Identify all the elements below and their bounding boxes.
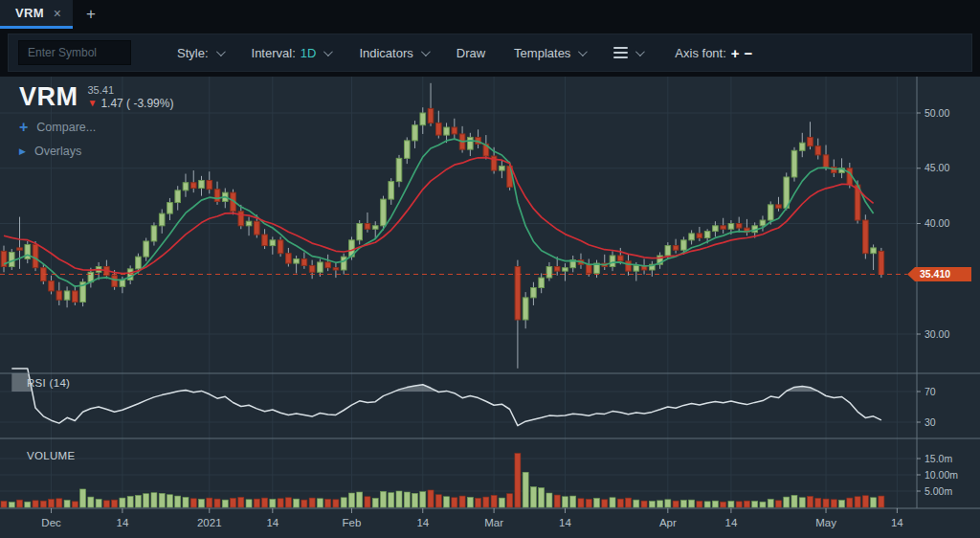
candle-body xyxy=(389,182,394,199)
volume-bar xyxy=(207,498,212,507)
volume-bar xyxy=(784,497,790,507)
volume-bar xyxy=(190,499,196,507)
volume-bar xyxy=(112,500,118,507)
candle-body xyxy=(539,278,545,287)
volume-bar xyxy=(412,493,418,507)
chevron-down-icon xyxy=(421,47,431,56)
close-icon[interactable]: × xyxy=(54,7,61,20)
candle-body xyxy=(728,224,734,230)
volume-bar xyxy=(641,501,647,507)
volume-bar xyxy=(459,496,465,507)
volume-bar xyxy=(760,502,766,507)
candle-body xyxy=(112,276,118,287)
overlays-button[interactable]: ▶ Overlays xyxy=(19,145,173,158)
candle-body xyxy=(372,226,378,229)
volume-bar xyxy=(294,499,300,507)
candle-body xyxy=(523,298,528,320)
volume-bar xyxy=(634,500,639,507)
candle-body xyxy=(546,267,552,279)
chart-settings-menu[interactable] xyxy=(613,47,642,58)
candle-body xyxy=(333,268,339,270)
axis-font-label: Axis font: xyxy=(675,46,725,60)
compare-button[interactable]: + Compare... xyxy=(19,120,173,135)
volume-axis-label: 15.0m xyxy=(924,453,952,464)
volume-bar xyxy=(420,492,426,507)
volume-bar xyxy=(721,502,726,507)
x-axis-label: 14 xyxy=(416,517,429,528)
candle-body xyxy=(136,257,142,269)
plus-icon: + xyxy=(86,5,96,24)
volume-bar xyxy=(435,495,441,507)
candle-body xyxy=(665,246,671,256)
candle-body xyxy=(159,213,165,226)
axis-font-control: Axis font: + − xyxy=(675,45,752,61)
candle-body xyxy=(255,221,260,235)
candle-body xyxy=(768,205,773,220)
chart-area: 50.0045.0040.0030.00703015.0m10.00m5.00m… xyxy=(0,77,980,538)
volume-bar xyxy=(9,503,14,507)
volume-bar xyxy=(523,472,528,507)
volume-bar xyxy=(380,491,386,507)
volume-bar xyxy=(712,501,718,507)
hamburger-menu-icon xyxy=(613,47,628,58)
price-axis-label: 45.00 xyxy=(924,162,949,173)
draw-button[interactable]: Draw xyxy=(457,46,485,60)
volume-bar xyxy=(570,496,576,507)
volume-bar xyxy=(1,502,7,507)
candle-body xyxy=(73,291,78,303)
volume-bar xyxy=(144,494,149,507)
volume-bar xyxy=(246,500,252,507)
candle-body xyxy=(436,123,442,135)
style-menu[interactable]: Style: xyxy=(177,46,223,60)
add-tab-button[interactable]: + xyxy=(73,0,109,29)
volume-bar xyxy=(428,490,434,507)
volume-bar xyxy=(222,500,228,507)
volume-bar xyxy=(25,502,31,507)
style-label: Style: xyxy=(177,46,209,60)
volume-bar xyxy=(791,495,797,507)
rsi-line xyxy=(11,369,881,426)
volume-bar xyxy=(231,498,236,507)
rsi-axis-label: 70 xyxy=(924,386,936,397)
volume-bar xyxy=(483,497,489,507)
volume-bar xyxy=(680,501,686,507)
volume-bar xyxy=(159,493,165,507)
volume-bar xyxy=(649,502,655,507)
indicators-label: Indicators xyxy=(359,46,412,60)
plus-icon: + xyxy=(19,120,28,135)
candle-body xyxy=(760,220,766,226)
candle-body xyxy=(713,226,719,232)
indicators-menu[interactable]: Indicators xyxy=(359,46,427,60)
candle-body xyxy=(183,183,189,191)
axis-font-increase-button[interactable]: + xyxy=(731,45,740,61)
templates-menu[interactable]: Templates xyxy=(514,46,585,60)
candle-body xyxy=(262,235,268,246)
candle-body xyxy=(689,234,695,240)
volume-bar xyxy=(839,501,845,507)
tab-label: VRM xyxy=(15,6,44,20)
x-axis-label: Feb xyxy=(343,517,362,528)
candle-body xyxy=(736,224,742,229)
candle-body xyxy=(554,267,560,272)
candle-body xyxy=(879,251,884,274)
axis-font-decrease-button[interactable]: − xyxy=(745,45,753,61)
volume-axis-label: 5.00m xyxy=(924,485,952,497)
interval-menu[interactable]: Interval: 1D xyxy=(252,46,331,60)
tab-vrm[interactable]: VRM × xyxy=(0,0,73,29)
price-axis-label: 40.00 xyxy=(924,217,949,229)
volume-bar xyxy=(768,500,773,508)
volume-bar xyxy=(697,502,702,507)
volume-bar xyxy=(262,498,268,507)
volume-bar xyxy=(689,500,695,507)
volume-bar xyxy=(507,494,513,507)
candle-body xyxy=(704,232,710,238)
symbol-input[interactable] xyxy=(18,40,131,65)
candle-body xyxy=(151,226,157,241)
candle-body xyxy=(357,224,363,240)
symbol-title: VRM xyxy=(19,84,78,110)
x-axis-label: 14 xyxy=(559,517,571,528)
candle-body xyxy=(673,246,679,251)
volume-bar xyxy=(862,496,868,507)
volume-bar xyxy=(515,454,521,507)
candle-body xyxy=(412,125,418,141)
